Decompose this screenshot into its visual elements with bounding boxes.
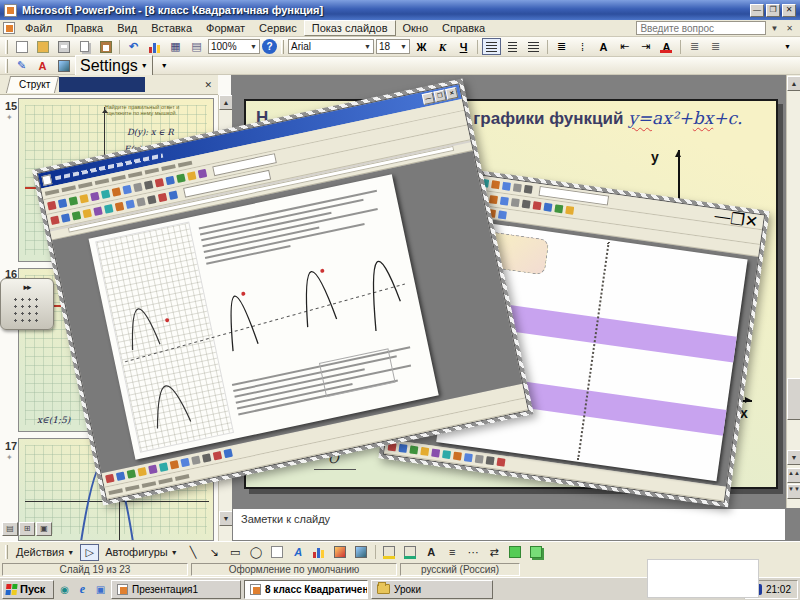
font-name-combobox[interactable]: Arial▼ <box>288 39 374 54</box>
align-left-button[interactable] <box>482 38 501 55</box>
style-check-icon[interactable]: А <box>33 57 52 74</box>
picture-tool[interactable] <box>352 544 371 561</box>
menu-format[interactable]: Формат <box>199 21 252 35</box>
toolbar-icon-chip <box>223 449 232 458</box>
line-style-button[interactable]: ≡ <box>443 544 462 561</box>
toolbar2-overflow[interactable]: ▼ <box>155 57 174 74</box>
toolbar-grip-3[interactable] <box>5 59 8 73</box>
menu-window[interactable]: Окно <box>396 21 436 35</box>
wordart-tool[interactable]: A <box>289 544 308 561</box>
clock[interactable]: 21:02 <box>766 584 791 595</box>
next-slide-button[interactable]: ▼▼ <box>787 484 800 499</box>
dash-style-button[interactable]: ⋯ <box>464 544 483 561</box>
bullet-list-button[interactable]: ⁞ <box>573 38 592 55</box>
numbered-list-button[interactable]: ≣ <box>552 38 571 55</box>
font-color-button[interactable]: А <box>657 38 676 55</box>
menu-tools[interactable]: Сервис <box>252 21 304 35</box>
shadow-style-button[interactable] <box>506 544 525 561</box>
sorter-view-button[interactable]: ⊞ <box>19 522 35 536</box>
oval-tool[interactable]: ◯ <box>247 544 266 561</box>
normal-view-button[interactable]: ▤ <box>2 522 18 536</box>
editor-scrollbar[interactable]: ▲ ▼ ▲▲ ▼▼ <box>786 75 800 508</box>
media-player-icon[interactable]: ◉ <box>57 582 72 597</box>
draw-actions-dropdown[interactable]: Действия▼ <box>12 545 78 559</box>
task-presentation1[interactable]: Презентация1 <box>111 580 241 599</box>
autoshapes-dropdown[interactable]: Автофигуры▼ <box>101 545 182 559</box>
tab-outline[interactable]: Структ <box>6 76 60 93</box>
help-button[interactable]: ? <box>262 39 277 54</box>
scroll-up-icon[interactable]: ▲ <box>219 95 233 110</box>
previous-slide-button[interactable]: ▲▲ <box>787 468 800 483</box>
threed-style-button[interactable] <box>527 544 546 561</box>
toolbar-grip-2[interactable] <box>281 40 284 54</box>
clipart-tool[interactable] <box>331 544 350 561</box>
toolbar-grip-4[interactable] <box>5 545 8 559</box>
bold-button[interactable]: Ж <box>412 38 431 55</box>
minimize-button[interactable]: — <box>750 4 764 17</box>
internet-explorer-icon[interactable]: e <box>75 582 90 597</box>
toolbar-icon-chip <box>126 200 135 209</box>
ask-question-input[interactable] <box>636 21 766 35</box>
question-close-icon[interactable]: ✕ <box>782 24 797 33</box>
zoom-combobox[interactable]: 100%▼ <box>208 39 260 54</box>
align-right-button[interactable] <box>524 38 543 55</box>
open-button[interactable] <box>33 38 52 55</box>
rectangle-tool[interactable]: ▭ <box>226 544 245 561</box>
slideshow-view-button[interactable]: ▣ <box>36 522 52 536</box>
select-objects-button[interactable]: ▷ <box>80 544 99 561</box>
scroll-down-icon[interactable]: ▼ <box>219 511 233 526</box>
play-icon[interactable]: ▸▸ <box>1 282 53 292</box>
menu-help[interactable]: Справка <box>435 21 492 35</box>
restore-button[interactable]: ❐ <box>766 4 780 17</box>
fill-color-button[interactable] <box>380 544 399 561</box>
task-folder-uroki[interactable]: Уроки <box>371 580 493 599</box>
table-button[interactable]: ▦ <box>166 38 185 55</box>
font-color-button-2[interactable]: А <box>422 544 441 561</box>
menu-insert[interactable]: Вставка <box>144 21 199 35</box>
decrease-indent-button[interactable]: ⇤ <box>615 38 634 55</box>
arrow-style-button[interactable]: ⇄ <box>485 544 504 561</box>
explorer-icon[interactable]: ▣ <box>93 582 108 597</box>
question-dropdown-icon[interactable]: ▼ <box>766 24 782 33</box>
new-button[interactable] <box>12 38 31 55</box>
underline-button[interactable]: Ч <box>454 38 473 55</box>
scroll-up-icon[interactable]: ▲ <box>787 76 800 91</box>
align-center-button[interactable] <box>503 38 522 55</box>
menu-view[interactable]: Вид <box>110 21 144 35</box>
settings-dropdown[interactable]: Settings▼ <box>75 55 153 77</box>
task-current-presentation[interactable]: 8 класс Квадратичен... <box>244 580 368 599</box>
pen-icon[interactable]: ✎ <box>12 57 31 74</box>
diagram-tool[interactable] <box>310 544 329 561</box>
spacing-down-button[interactable]: ≣ <box>706 38 725 55</box>
image-tool-icon[interactable] <box>54 57 73 74</box>
scroll-down-icon[interactable]: ▼ <box>787 450 800 465</box>
notes-pane[interactable]: Заметки к слайду <box>232 508 786 541</box>
arrow-tool[interactable]: ↘ <box>205 544 224 561</box>
italic-button[interactable]: К <box>433 38 452 55</box>
scrollbar-thumb[interactable] <box>787 378 800 420</box>
chart-button[interactable] <box>145 38 164 55</box>
menu-slideshow[interactable]: Показ слайдов <box>304 20 396 36</box>
increase-font-button[interactable]: А <box>594 38 613 55</box>
print-button[interactable] <box>54 38 73 55</box>
floating-pager-widget[interactable]: ▸▸ <box>0 278 54 330</box>
textbox-tool[interactable] <box>268 544 287 561</box>
menu-edit[interactable]: Правка <box>59 21 110 35</box>
gridlines-button[interactable]: ▤ <box>187 38 206 55</box>
toolbar-options-chevron[interactable]: ▼ <box>778 38 797 55</box>
close-button[interactable]: ✕ <box>782 4 796 17</box>
slide-title: ы графики функций y=ax²+bx+c. <box>454 108 742 129</box>
paste-button[interactable] <box>96 38 115 55</box>
font-size-combobox[interactable]: 18▼ <box>376 39 410 54</box>
undo-button[interactable]: ↶ <box>124 38 143 55</box>
line-tool[interactable]: ╲ <box>184 544 203 561</box>
increase-indent-button[interactable]: ⇥ <box>636 38 655 55</box>
pane-close-icon[interactable]: ✕ <box>204 80 212 90</box>
spacing-up-button[interactable]: ≣ <box>685 38 704 55</box>
start-button[interactable]: Пуск <box>2 580 54 599</box>
copy-button[interactable] <box>75 38 94 55</box>
menu-file[interactable]: Файл <box>18 21 59 35</box>
line-color-button[interactable] <box>401 544 420 561</box>
tab-slides-selected[interactable] <box>59 77 145 92</box>
toolbar-grip[interactable] <box>5 40 8 54</box>
